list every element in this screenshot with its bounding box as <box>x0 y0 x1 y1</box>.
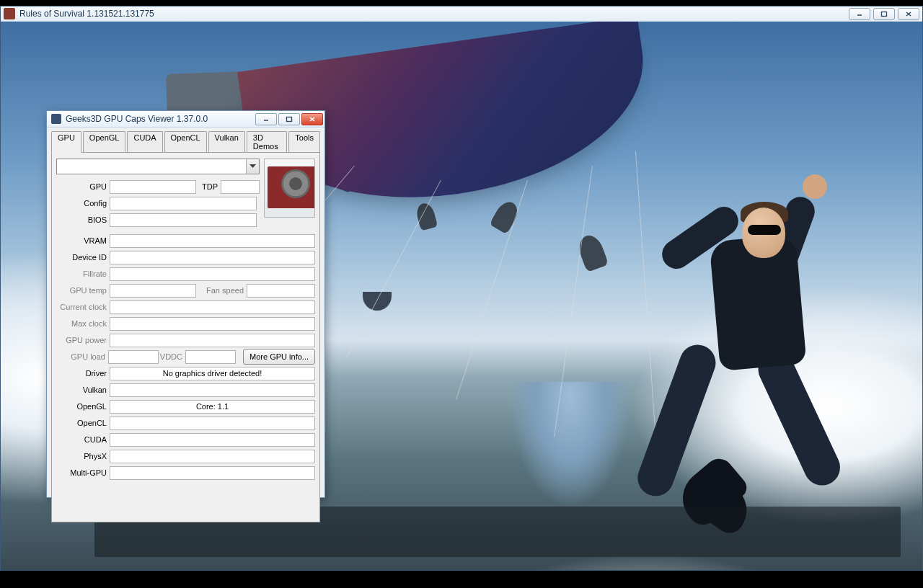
value-bios <box>110 213 257 227</box>
label-driver: Driver <box>56 369 110 378</box>
tab-tools[interactable]: Tools <box>288 131 320 153</box>
value-cuda <box>110 433 315 447</box>
value-current-clock <box>110 300 315 314</box>
maximize-button[interactable] <box>873 8 895 20</box>
value-opencl <box>110 416 315 430</box>
game-window-title: Rules of Survival 1.131521.131775 <box>19 9 849 19</box>
game-app-icon <box>4 8 15 19</box>
value-gpu-power <box>110 334 315 347</box>
svg-rect-1 <box>882 12 887 16</box>
tab-gpu[interactable]: GPU <box>51 131 81 153</box>
label-gpu-temp: GPU temp <box>56 286 110 295</box>
value-vddc <box>185 350 236 364</box>
value-fan-speed <box>247 284 315 298</box>
gcv-tabstrip: GPU OpenGL CUDA OpenCL Vulkan 3D Demos T… <box>47 128 324 152</box>
label-vram: VRAM <box>56 236 110 245</box>
gcv-app-icon <box>51 114 61 124</box>
minimize-icon <box>262 116 270 122</box>
value-vram <box>110 234 315 248</box>
tab-opencl[interactable]: OpenCL <box>164 131 207 153</box>
label-cuda: CUDA <box>56 435 110 444</box>
minimize-icon <box>856 11 863 17</box>
gcv-close-button[interactable] <box>301 113 323 125</box>
svg-line-3 <box>906 12 911 16</box>
label-gpu: GPU <box>56 182 110 191</box>
label-config: Config <box>56 199 110 208</box>
close-button[interactable] <box>898 8 919 20</box>
svg-marker-8 <box>249 164 256 168</box>
label-fan-speed: Fan speed <box>196 286 247 295</box>
label-vddc: VDDC <box>159 352 185 361</box>
value-gpu <box>110 180 196 194</box>
close-icon <box>905 11 912 17</box>
tab-opengl[interactable]: OpenGL <box>83 131 126 153</box>
value-multi-gpu <box>110 466 315 480</box>
label-bios: BIOS <box>56 215 110 224</box>
label-tdp: TDP <box>196 182 221 191</box>
game-window-controls <box>849 8 919 20</box>
label-current-clock: Current clock <box>56 303 110 311</box>
gpu-thumbnail <box>264 159 315 218</box>
value-physx <box>110 450 315 463</box>
gpu-caps-viewer-window: Geeks3D GPU Caps Viewer 1.37.0.0 GPU Ope… <box>46 110 325 498</box>
tab-cuda[interactable]: CUDA <box>127 131 162 153</box>
label-vulkan: Vulkan <box>56 386 110 394</box>
tab-3d-demos[interactable]: 3D Demos <box>247 131 287 153</box>
value-tdp <box>221 180 260 194</box>
value-vulkan <box>110 383 315 397</box>
svg-rect-5 <box>287 117 292 121</box>
label-physx: PhysX <box>56 452 110 460</box>
gpu-select-combo[interactable] <box>56 159 260 174</box>
close-icon <box>309 116 316 122</box>
label-fillrate: Fillrate <box>56 270 110 278</box>
maximize-icon <box>286 116 293 122</box>
svg-line-2 <box>906 12 911 16</box>
value-gpu-load <box>108 350 159 364</box>
label-opencl: OpenCL <box>56 419 110 427</box>
label-max-clock: Max clock <box>56 319 110 328</box>
gcv-minimize-button[interactable] <box>255 113 277 125</box>
more-gpu-info-button[interactable]: More GPU info... <box>243 349 315 365</box>
label-gpu-power: GPU power <box>56 336 110 344</box>
dropdown-arrow-icon <box>246 159 259 174</box>
game-titlebar[interactable]: Rules of Survival 1.131521.131775 <box>1 6 922 22</box>
gcv-maximize-button[interactable] <box>278 113 300 125</box>
value-opengl: Core: 1.1 <box>110 400 315 414</box>
tab-vulkan[interactable]: Vulkan <box>208 131 245 153</box>
value-fillrate <box>110 267 315 281</box>
value-max-clock <box>110 317 315 331</box>
value-gpu-temp <box>110 284 196 298</box>
label-opengl: OpenGL <box>56 402 110 411</box>
minimize-button[interactable] <box>849 8 870 20</box>
value-driver: No graphics driver detected! <box>110 367 315 380</box>
gcv-window-controls <box>255 113 323 125</box>
label-gpu-load: GPU load <box>56 352 108 361</box>
gcv-titlebar[interactable]: Geeks3D GPU Caps Viewer 1.37.0.0 <box>47 111 324 128</box>
gcv-tabpanel: GPU TDP Config BIOS VRAM Device ID <box>51 152 320 522</box>
maximize-icon <box>880 11 888 17</box>
value-config <box>110 197 257 210</box>
character-graphic <box>614 180 873 540</box>
value-device-id <box>110 251 315 264</box>
label-device-id: Device ID <box>56 253 110 262</box>
gcv-window-title: Geeks3D GPU Caps Viewer 1.37.0.0 <box>66 114 255 124</box>
label-multi-gpu: Multi-GPU <box>56 468 110 477</box>
